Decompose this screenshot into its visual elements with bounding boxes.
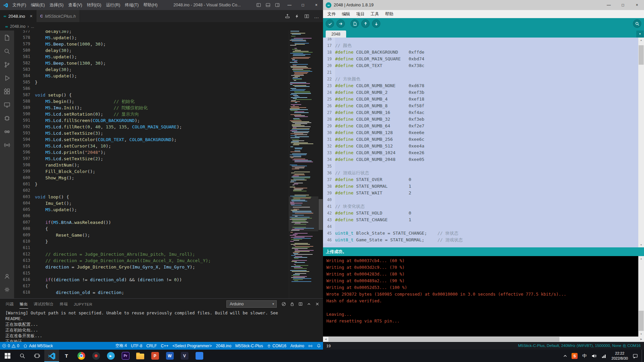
code-line[interactable]: 30#define COLOR_NUMB_128 0xee6e — [323, 129, 638, 136]
toggle-secondary-sidebar-icon[interactable] — [273, 1, 281, 9]
menu-item[interactable]: 终端(T) — [122, 2, 141, 8]
menu-item[interactable]: 选择(S) — [47, 2, 66, 8]
show-desktop-button[interactable] — [642, 350, 643, 362]
taskbar-app-player[interactable]: ▶ — [103, 350, 118, 362]
scrollbar-thumb[interactable] — [639, 311, 644, 331]
scrollbar-thumb[interactable] — [328, 337, 559, 342]
editor-tab[interactable]: CM5StickCPlus.h — [37, 10, 80, 22]
code-line[interactable]: 45uint8_t Block_State = STATE_CHANGE; //… — [323, 230, 638, 237]
start-button[interactable] — [0, 350, 15, 362]
arduino-editor-scrollbar[interactable]: ▲ ▼ — [638, 38, 644, 247]
code-line[interactable]: 37#define STATE_OVER 0 — [323, 176, 638, 183]
settings-gear-icon[interactable] — [0, 283, 14, 296]
maximize-button[interactable]: □ — [616, 0, 630, 10]
action-center-icon[interactable] — [633, 353, 638, 359]
taskbar-app-premiere[interactable]: Pr — [118, 350, 133, 362]
maximize-button[interactable]: □ — [296, 0, 310, 10]
scrollbar-thumb[interactable] — [319, 199, 323, 230]
taskbar-app-recorder[interactable] — [89, 350, 103, 362]
code-line[interactable]: 590 M5.Lcd.setRotation(0); // 显示方向 — [14, 111, 289, 117]
menu-item[interactable]: 编辑(E) — [29, 2, 47, 8]
taskbar-search-icon[interactable] — [15, 350, 30, 362]
new-sketch-button[interactable] — [351, 19, 359, 28]
add-m5stack-button[interactable]: Add M5Stack — [21, 342, 55, 350]
m5stack-icon[interactable] — [0, 112, 14, 125]
remote-explorer-icon[interactable] — [0, 98, 14, 112]
output-channel-select[interactable]: Arduino ▾ — [226, 300, 277, 308]
close-tab-icon[interactable]: × — [30, 13, 33, 19]
arduino-verify-icon[interactable] — [293, 12, 301, 20]
account-icon[interactable] — [0, 269, 14, 283]
arduino-extension-indicator[interactable]: Arduino — [288, 344, 306, 348]
serial-monitor-button[interactable] — [633, 19, 641, 28]
code-line[interactable]: 16 — [323, 38, 638, 42]
code-line[interactable]: 610 } — [14, 238, 289, 245]
extensions-icon[interactable] — [0, 85, 14, 98]
code-line[interactable]: 611 — [14, 245, 289, 251]
panel-tab[interactable]: 调试控制台 — [34, 299, 54, 308]
toggle-sidebar-icon[interactable] — [254, 1, 263, 9]
menu-item[interactable]: 项目 — [353, 11, 368, 17]
taskbar-app-typora[interactable]: T — [59, 350, 74, 362]
menu-item[interactable]: 转到(G) — [85, 2, 104, 8]
editor-tab[interactable]: ∞2048.ino× — [0, 10, 37, 22]
code-line[interactable]: 594 M5.Lcd.setTextColor(COLOR_TEXT, COLO… — [14, 136, 289, 143]
code-line[interactable]: 600 Show_Msg(); — [14, 175, 289, 181]
code-line[interactable]: 602 — [14, 187, 289, 194]
close-button[interactable]: × — [630, 0, 644, 10]
sogou-input-icon[interactable]: S — [572, 353, 578, 359]
arduino-code-editor[interactable]: 1617// 颜色18#define COLOR_BACKGROUND 0xff… — [323, 38, 638, 247]
code-line[interactable]: 618 direction_old = direction; — [14, 289, 289, 296]
code-line[interactable]: 27#define COLOR_NUMB_16 0xf4ac — [323, 109, 638, 116]
code-line[interactable]: 578 M5.update(); — [14, 35, 289, 41]
code-line[interactable]: 608 { — [14, 226, 289, 232]
network-icon[interactable] — [601, 353, 607, 359]
code-line[interactable]: 586 — [14, 85, 289, 92]
open-in-editor-icon[interactable] — [298, 302, 303, 306]
taskbar-app-blue-app[interactable] — [192, 350, 207, 362]
code-line[interactable]: 615 — [14, 270, 289, 277]
code-line[interactable]: 583 delay(30); — [14, 66, 289, 73]
code-line[interactable]: 601} — [14, 181, 289, 187]
code-line[interactable]: 33#define COLOR_NUMB_1024 0xee26 — [323, 149, 638, 156]
code-line[interactable]: 32#define COLOR_NUMB_512 0xee4a — [323, 143, 638, 149]
code-line[interactable]: 616 if((direction != direction_old) && (… — [14, 277, 289, 283]
panel-tab[interactable]: 终端 — [59, 299, 68, 308]
notifications-bell-icon[interactable] — [315, 344, 323, 348]
source-control-icon[interactable] — [0, 58, 14, 71]
code-line[interactable]: 19#define COLOR_MAIN_SQUARE 0xbd74 — [323, 56, 638, 62]
code-line[interactable]: 585} — [14, 79, 289, 85]
code-line[interactable]: 25#define COLOR_NUMB_4 0xef18 — [323, 96, 638, 103]
arduino-upload-icon[interactable] — [283, 12, 291, 20]
code-line[interactable]: 31#define COLOR_NUMB_256 0xee6c — [323, 136, 638, 143]
clear-output-icon[interactable] — [281, 302, 286, 306]
code-line[interactable]: 39#define STATE_WAIT 2 — [323, 190, 638, 196]
menu-item[interactable]: 编辑 — [339, 11, 353, 17]
serial-monitor-icon[interactable] — [0, 138, 14, 152]
minimize-button[interactable]: — — [283, 0, 296, 10]
code-line[interactable]: 617 { — [14, 283, 289, 289]
indent-indicator[interactable]: 空格:4 — [113, 343, 129, 349]
code-line[interactable]: 595 M5.Lcd.setCursor(34, 10); — [14, 143, 289, 149]
open-button[interactable] — [361, 19, 370, 28]
more-actions-icon[interactable]: … — [313, 12, 320, 20]
code-line[interactable]: 43#define STATE_CHANGE 1 — [323, 217, 638, 223]
code-line[interactable]: 579 M5.Beep.tone(1000, 30); — [14, 41, 289, 47]
code-line[interactable]: 597 M5.Lcd.setTextSize(2); — [14, 156, 289, 162]
task-view-icon[interactable] — [30, 350, 44, 362]
tab-list-button[interactable]: ▼ — [636, 31, 644, 38]
taskbar-app-file-explorer[interactable] — [133, 350, 148, 362]
code-line[interactable]: 591 M5.Lcd.fillScreen(COLOR_BACKGROUND); — [14, 117, 289, 124]
code-line[interactable]: 40 — [323, 196, 638, 203]
language-indicator[interactable]: C++ — [159, 344, 170, 348]
scroll-down-arrow[interactable]: ▼ — [638, 242, 644, 247]
volume-icon[interactable] — [591, 353, 597, 359]
code-line[interactable]: 42#define STATE_HOLD 0 — [323, 210, 638, 217]
code-line[interactable]: 605 M5.update(); — [14, 206, 289, 213]
explorer-icon[interactable] — [0, 31, 14, 45]
code-line[interactable]: 17// 颜色 — [323, 42, 638, 49]
menu-item[interactable]: 文件(F) — [10, 2, 29, 8]
maximize-panel-chevron-icon[interactable] — [307, 302, 311, 306]
verify-button[interactable] — [326, 19, 334, 28]
code-line[interactable]: 592 M5.Lcd.fillRect(0, 40, 135, 135, COL… — [14, 124, 289, 130]
